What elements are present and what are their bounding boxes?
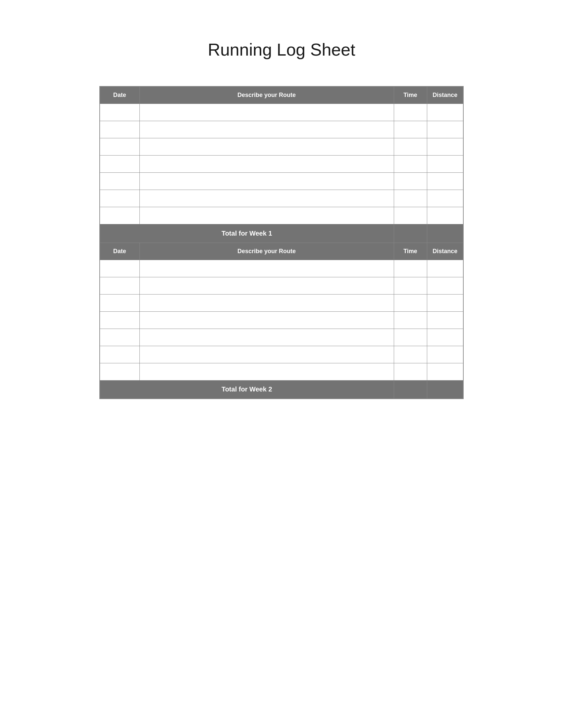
time-cell[interactable]	[394, 277, 427, 294]
col-header-date-1: Date	[100, 86, 139, 104]
table-row	[100, 277, 463, 294]
route-cell[interactable]	[139, 346, 394, 363]
time-cell[interactable]	[394, 311, 427, 329]
distance-cell[interactable]	[427, 311, 463, 329]
time-cell[interactable]	[394, 104, 427, 121]
route-cell[interactable]	[139, 104, 394, 121]
table-row	[100, 172, 463, 190]
date-cell[interactable]	[100, 329, 139, 346]
week2-total-distance[interactable]	[427, 380, 463, 399]
date-cell[interactable]	[100, 260, 139, 277]
week1-total-time[interactable]	[394, 224, 427, 243]
date-cell[interactable]	[100, 172, 139, 190]
date-cell[interactable]	[100, 346, 139, 363]
week2-total-row: Total for Week 2	[100, 380, 463, 399]
time-cell[interactable]	[394, 363, 427, 380]
col-header-distance-1: Distance	[427, 86, 463, 104]
running-log-table: Date Describe your Route Time Distance	[99, 86, 464, 399]
week2-total-time[interactable]	[394, 380, 427, 399]
table-row	[100, 346, 463, 363]
time-cell[interactable]	[394, 121, 427, 138]
distance-cell[interactable]	[427, 172, 463, 190]
route-cell[interactable]	[139, 207, 394, 224]
col-header-distance-2: Distance	[427, 243, 463, 260]
route-cell[interactable]	[139, 172, 394, 190]
col-header-route-2: Describe your Route	[139, 243, 394, 260]
route-cell[interactable]	[139, 277, 394, 294]
table-row	[100, 121, 463, 138]
col-header-route-1: Describe your Route	[139, 86, 394, 104]
week2-header-row: Date Describe your Route Time Distance	[100, 243, 463, 260]
date-cell[interactable]	[100, 294, 139, 311]
table-row	[100, 311, 463, 329]
distance-cell[interactable]	[427, 155, 463, 172]
distance-cell[interactable]	[427, 363, 463, 380]
distance-cell[interactable]	[427, 294, 463, 311]
date-cell[interactable]	[100, 138, 139, 155]
date-cell[interactable]	[100, 121, 139, 138]
route-cell[interactable]	[139, 190, 394, 207]
week1-total-row: Total for Week 1	[100, 224, 463, 243]
col-header-time-1: Time	[394, 86, 427, 104]
page-title: Running Log Sheet	[208, 40, 355, 60]
date-cell[interactable]	[100, 207, 139, 224]
distance-cell[interactable]	[427, 277, 463, 294]
route-cell[interactable]	[139, 363, 394, 380]
week2-total-label: Total for Week 2	[100, 380, 394, 399]
col-header-date-2: Date	[100, 243, 139, 260]
table-row	[100, 104, 463, 121]
date-cell[interactable]	[100, 363, 139, 380]
date-cell[interactable]	[100, 190, 139, 207]
table-row	[100, 190, 463, 207]
week1-header-row: Date Describe your Route Time Distance	[100, 86, 463, 104]
time-cell[interactable]	[394, 155, 427, 172]
log-container: Date Describe your Route Time Distance	[99, 86, 464, 399]
distance-cell[interactable]	[427, 121, 463, 138]
date-cell[interactable]	[100, 104, 139, 121]
time-cell[interactable]	[394, 260, 427, 277]
table-row	[100, 138, 463, 155]
table-row	[100, 207, 463, 224]
route-cell[interactable]	[139, 329, 394, 346]
week1-total-distance[interactable]	[427, 224, 463, 243]
time-cell[interactable]	[394, 294, 427, 311]
table-row	[100, 294, 463, 311]
distance-cell[interactable]	[427, 260, 463, 277]
table-row	[100, 260, 463, 277]
distance-cell[interactable]	[427, 346, 463, 363]
col-header-time-2: Time	[394, 243, 427, 260]
time-cell[interactable]	[394, 329, 427, 346]
table-row	[100, 329, 463, 346]
route-cell[interactable]	[139, 260, 394, 277]
date-cell[interactable]	[100, 277, 139, 294]
time-cell[interactable]	[394, 190, 427, 207]
date-cell[interactable]	[100, 311, 139, 329]
week1-total-label: Total for Week 1	[100, 224, 394, 243]
route-cell[interactable]	[139, 294, 394, 311]
time-cell[interactable]	[394, 207, 427, 224]
time-cell[interactable]	[394, 172, 427, 190]
time-cell[interactable]	[394, 346, 427, 363]
route-cell[interactable]	[139, 311, 394, 329]
route-cell[interactable]	[139, 121, 394, 138]
route-cell[interactable]	[139, 138, 394, 155]
time-cell[interactable]	[394, 138, 427, 155]
distance-cell[interactable]	[427, 207, 463, 224]
distance-cell[interactable]	[427, 329, 463, 346]
distance-cell[interactable]	[427, 190, 463, 207]
date-cell[interactable]	[100, 155, 139, 172]
distance-cell[interactable]	[427, 138, 463, 155]
distance-cell[interactable]	[427, 104, 463, 121]
table-row	[100, 363, 463, 380]
table-row	[100, 155, 463, 172]
route-cell[interactable]	[139, 155, 394, 172]
